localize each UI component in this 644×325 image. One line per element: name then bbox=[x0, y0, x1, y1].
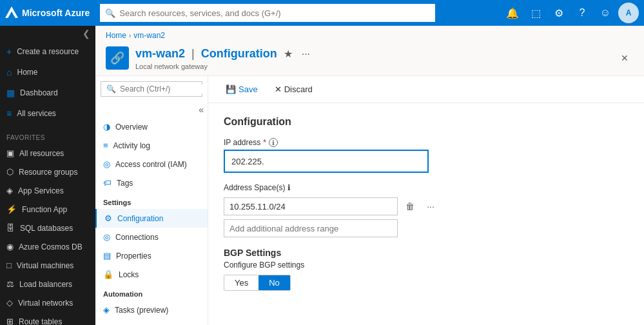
home-icon: ⌂ bbox=[6, 67, 12, 77]
sidebar-item-create[interactable]: + Create a resource bbox=[0, 41, 95, 62]
content-toolbar: 💾 Save ✕ Discard bbox=[208, 76, 644, 103]
route-tables-icon: ⊞ bbox=[6, 317, 14, 325]
sidebar-cosmos-label: Azure Cosmos DB bbox=[19, 242, 83, 251]
configuration-form: Configuration IP address * ℹ bbox=[208, 103, 644, 314]
function-app-icon: ⚡ bbox=[6, 204, 17, 214]
left-nav-item-export-template[interactable]: ◧ Export template bbox=[95, 319, 208, 325]
inner-panel: 🔍 « ◑ Overview ≡ Activity log ◎ Access c… bbox=[95, 76, 644, 325]
left-nav-search-input[interactable] bbox=[120, 84, 208, 94]
connections-icon: ◎ bbox=[103, 232, 110, 242]
sidebar-item-function-app[interactable]: ⚡ Function App bbox=[0, 200, 95, 219]
left-nav-item-activity-log[interactable]: ≡ Activity log bbox=[95, 136, 208, 155]
sidebar-function-app-label: Function App bbox=[22, 205, 67, 214]
resource-title: vm-wan2 | Configuration ★ ··· bbox=[135, 45, 609, 63]
sidebar-item-load-balancers[interactable]: ⚖ Load balancers bbox=[0, 275, 95, 293]
left-search-icon: 🔍 bbox=[106, 84, 116, 94]
tags-icon: 🏷 bbox=[103, 178, 112, 188]
main-content: 💾 Save ✕ Discard Configuration IP addres… bbox=[208, 76, 644, 325]
bgp-yes-button[interactable]: Yes bbox=[224, 275, 259, 290]
discard-button[interactable]: ✕ Discard bbox=[268, 81, 320, 97]
add-address-row bbox=[224, 219, 629, 237]
address-space-info-icon[interactable]: ℹ bbox=[288, 183, 291, 192]
collapse-icon: ❮ bbox=[83, 28, 90, 39]
app-services-icon: ◈ bbox=[6, 186, 13, 195]
nav-icons: 🔔 ⬚ ⚙ ? ☺ A bbox=[502, 3, 639, 23]
breadcrumb-current[interactable]: vm-wan2 bbox=[133, 31, 165, 40]
sidebar-item-resource-groups[interactable]: ⬡ Resource groups bbox=[0, 162, 95, 181]
close-button[interactable]: ✕ bbox=[616, 49, 634, 67]
main-layout: ❮ + Create a resource ⌂ Home ▦ Dashboard… bbox=[0, 26, 644, 325]
left-nav-item-tasks[interactable]: ◈ Tasks (preview) bbox=[95, 300, 208, 319]
more-options-button[interactable]: ··· bbox=[299, 46, 313, 63]
azure-logo-icon bbox=[5, 6, 18, 19]
ip-address-input-wrapper bbox=[224, 150, 429, 173]
ip-address-info-icon[interactable]: ℹ bbox=[269, 138, 278, 147]
sidebar-item-sql-databases[interactable]: 🗄 SQL databases bbox=[0, 219, 95, 237]
sidebar-item-all-resources[interactable]: ▣ All resources bbox=[0, 144, 95, 162]
address-row: 🗑 ··· bbox=[224, 197, 629, 215]
sidebar-item-virtual-networks[interactable]: ◇ Virtual networks bbox=[0, 293, 95, 312]
left-nav-item-properties[interactable]: ▤ Properties bbox=[95, 246, 208, 265]
left-nav-item-tags[interactable]: 🏷 Tags bbox=[95, 173, 208, 192]
left-nav-search[interactable]: 🔍 bbox=[101, 81, 202, 97]
ip-address-field: IP address * ℹ bbox=[224, 138, 629, 173]
cloudshell-icon[interactable]: ⬚ bbox=[525, 3, 546, 23]
left-nav-item-access-control[interactable]: ◎ Access control (IAM) bbox=[95, 155, 208, 173]
feedback-icon[interactable]: ☺ bbox=[595, 3, 616, 23]
config-section-title: Configuration bbox=[224, 116, 629, 128]
configuration-label: Configuration bbox=[117, 214, 163, 223]
left-nav-item-locks[interactable]: 🔒 Locks bbox=[95, 265, 208, 284]
resource-icon: 🔗 bbox=[106, 46, 129, 70]
all-services-icon: ≡ bbox=[6, 108, 12, 119]
left-nav-item-configuration[interactable]: ⚙ Configuration bbox=[95, 209, 208, 228]
bgp-toggle-group: Yes No bbox=[224, 275, 291, 291]
sidebar-item-virtual-machines[interactable]: □ Virtual machines bbox=[0, 256, 95, 275]
left-nav-collapse: « bbox=[95, 102, 208, 117]
address-value-input[interactable] bbox=[224, 197, 398, 215]
overview-label: Overview bbox=[115, 123, 148, 132]
sidebar-item-all-services[interactable]: ≡ All services bbox=[0, 103, 95, 124]
sidebar-item-app-services[interactable]: ◈ App Services bbox=[0, 181, 95, 200]
sidebar-item-home[interactable]: ⌂ Home bbox=[0, 62, 95, 83]
logo-text: Microsoft Azure bbox=[22, 8, 90, 18]
bgp-no-button[interactable]: No bbox=[259, 275, 290, 290]
page-name: Configuration bbox=[201, 47, 277, 61]
left-nav-item-overview[interactable]: ◑ Overview bbox=[95, 117, 208, 136]
help-icon[interactable]: ? bbox=[572, 3, 592, 23]
overview-icon: ◑ bbox=[103, 122, 110, 132]
search-input[interactable] bbox=[119, 8, 430, 18]
azure-logo[interactable]: Microsoft Azure bbox=[5, 6, 90, 19]
ip-address-input[interactable] bbox=[226, 152, 426, 170]
address-copy-button[interactable]: 🗑 bbox=[402, 198, 418, 215]
sidebar-item-cosmos-db[interactable]: ◉ Azure Cosmos DB bbox=[0, 237, 95, 256]
configuration-icon: ⚙ bbox=[104, 213, 112, 223]
virtual-networks-icon: ◇ bbox=[6, 298, 13, 308]
sidebar-item-dashboard[interactable]: ▦ Dashboard bbox=[0, 83, 95, 103]
sidebar-app-services-label: App Services bbox=[18, 186, 64, 195]
sidebar-home-label: Home bbox=[17, 68, 37, 77]
connections-label: Connections bbox=[115, 233, 159, 242]
notifications-icon[interactable]: 🔔 bbox=[502, 3, 523, 23]
settings-icon[interactable]: ⚙ bbox=[549, 3, 569, 23]
sidebar-all-resources-label: All resources bbox=[19, 149, 64, 158]
ip-address-label: IP address * ℹ bbox=[224, 138, 629, 147]
left-nav-collapse-button[interactable]: « bbox=[199, 104, 204, 115]
sidebar-vnet-label: Virtual networks bbox=[18, 299, 73, 308]
global-search[interactable]: 🔍 bbox=[100, 4, 435, 22]
locks-icon: 🔒 bbox=[103, 270, 113, 279]
add-address-input[interactable] bbox=[224, 219, 398, 237]
sidebar-item-route-tables[interactable]: ⊞ Route tables bbox=[0, 312, 95, 325]
favorite-button[interactable]: ★ bbox=[281, 45, 295, 63]
sidebar-collapse-button[interactable]: ❮ bbox=[0, 26, 95, 41]
resource-subtitle: Local network gateway bbox=[135, 63, 609, 70]
address-more-button[interactable]: ··· bbox=[422, 198, 439, 215]
save-button[interactable]: 💾 Save bbox=[219, 81, 265, 97]
avatar[interactable]: A bbox=[618, 3, 639, 23]
breadcrumb-home[interactable]: Home bbox=[106, 31, 126, 40]
activity-log-label: Activity log bbox=[113, 141, 150, 150]
sidebar-vm-label: Virtual machines bbox=[17, 261, 74, 270]
resource-header: 🔗 vm-wan2 | Configuration ★ ··· Local ne… bbox=[95, 43, 644, 76]
address-space-label-text: Address Space(s) bbox=[224, 183, 285, 192]
sidebar-resource-groups-label: Resource groups bbox=[19, 168, 77, 177]
left-nav-item-connections[interactable]: ◎ Connections bbox=[95, 228, 208, 246]
